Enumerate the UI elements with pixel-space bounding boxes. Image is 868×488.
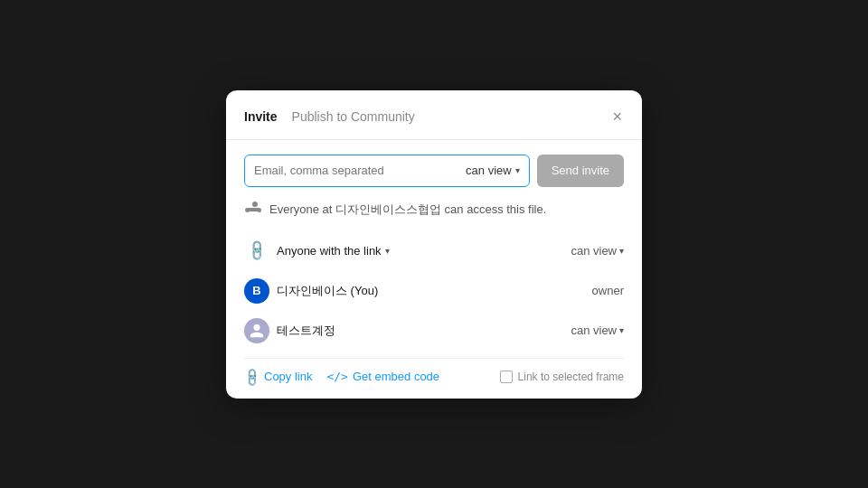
user-name-0: 디자인베이스 (You) xyxy=(277,283,592,299)
chevron-down-icon: ▾ xyxy=(385,246,390,256)
footer-row: 🔗 Copy link </> Get embed code Link to s… xyxy=(244,370,624,384)
access-rows: 🔗 Anyone with the link ▾ can view ▾ B xyxy=(244,231,624,351)
link-icon: 🔗 xyxy=(244,239,269,264)
everyone-text: Everyone at 디자인베이스스협업 can access this fi… xyxy=(269,202,546,218)
people-icon xyxy=(244,200,262,221)
tab-invite[interactable]: Invite xyxy=(244,109,278,124)
send-invite-button[interactable]: Send invite xyxy=(537,155,624,187)
invite-modal: Invite Publish to Community × can view ▾… xyxy=(226,90,642,399)
avatar-1 xyxy=(244,318,269,343)
copy-link-icon: 🔗 xyxy=(241,366,262,387)
embed-code-icon: </> xyxy=(326,370,347,383)
chevron-down-icon: ▾ xyxy=(619,325,624,335)
close-button[interactable]: × xyxy=(610,107,624,127)
link-icon-wrapper: 🔗 xyxy=(244,239,269,264)
user-row-1: 테스트계정 can view ▾ xyxy=(244,311,624,351)
chevron-down-icon: ▾ xyxy=(515,165,520,175)
frame-link-label: Link to selected frame xyxy=(518,371,624,383)
user-role-0: owner xyxy=(592,284,624,297)
permission-label: can view xyxy=(466,164,512,177)
chevron-down-icon: ▾ xyxy=(619,246,624,256)
email-input-wrapper[interactable]: can view ▾ xyxy=(244,155,530,187)
link-access-row: 🔗 Anyone with the link ▾ can view ▾ xyxy=(244,231,624,271)
tab-publish[interactable]: Publish to Community xyxy=(292,109,415,124)
close-icon: × xyxy=(612,108,622,125)
copy-link-button[interactable]: 🔗 Copy link xyxy=(244,370,312,384)
divider xyxy=(244,358,624,359)
email-input[interactable] xyxy=(254,164,466,177)
avatar-wrapper-1 xyxy=(244,318,269,343)
invite-row: can view ▾ Send invite xyxy=(244,155,624,187)
frame-link-wrapper: Link to selected frame xyxy=(500,371,624,383)
frame-link-checkbox[interactable] xyxy=(500,371,513,383)
avatar-wrapper-0: B xyxy=(244,278,269,304)
modal-body: can view ▾ Send invite Everyone at 디자인베이… xyxy=(226,140,642,399)
user-name-1: 테스트계정 xyxy=(277,323,571,339)
user-row-0: B 디자인베이스 (You) owner xyxy=(244,271,624,311)
user-role-dropdown-1[interactable]: can view ▾ xyxy=(571,324,624,337)
get-embed-code-button[interactable]: </> Get embed code xyxy=(326,370,439,383)
everyone-row: Everyone at 디자인베이스스협업 can access this fi… xyxy=(244,200,624,221)
link-permission-dropdown[interactable]: can view ▾ xyxy=(571,244,624,258)
permission-dropdown[interactable]: can view ▾ xyxy=(466,164,520,177)
link-access-label[interactable]: Anyone with the link ▾ xyxy=(277,244,571,258)
modal-header: Invite Publish to Community × xyxy=(226,90,642,140)
avatar-0: B xyxy=(244,278,269,304)
